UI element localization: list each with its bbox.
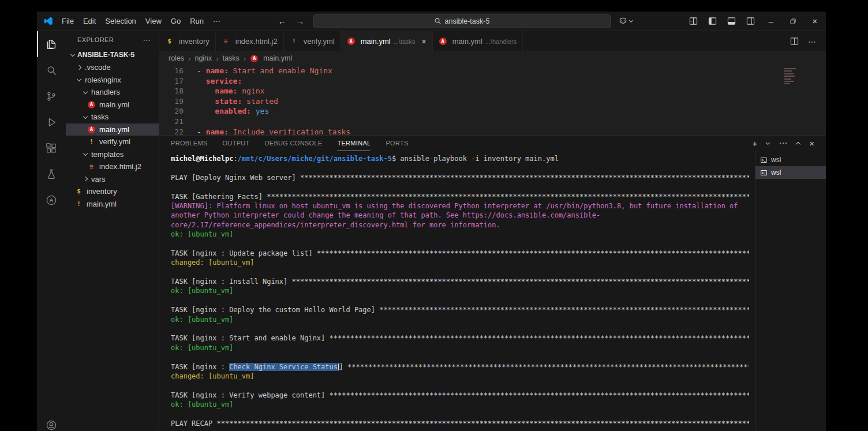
toggle-secondary-sidebar-icon[interactable] — [741, 17, 760, 25]
activity-search-icon[interactable] — [37, 57, 66, 83]
terminal-dropdown-icon[interactable] — [763, 143, 773, 144]
yaml-file-icon: ! — [87, 138, 96, 145]
activity-explorer-icon[interactable] — [37, 31, 66, 57]
editor-more-icon[interactable]: ⋯ — [804, 37, 820, 46]
toggle-panel-icon[interactable] — [722, 17, 741, 25]
testing-icon — [45, 168, 58, 181]
code-line-19[interactable]: 19 state: started — [159, 96, 826, 107]
customize-layout-icon[interactable] — [684, 17, 703, 25]
menu-more[interactable]: ⋯ — [208, 16, 225, 27]
breadcrumb-tasks[interactable]: tasks — [223, 54, 240, 62]
tab-inventory[interactable]: $inventory — [159, 31, 216, 51]
explorer-more-icon[interactable]: ⋯ — [143, 36, 151, 44]
activity-extensions-icon[interactable] — [37, 135, 66, 161]
toggle-sidebar-icon[interactable] — [703, 17, 722, 25]
terminal-line — [171, 268, 749, 277]
code-line-18[interactable]: 18 name: nginx — [159, 86, 826, 96]
navigate-back-icon[interactable]: ← — [277, 16, 288, 26]
folder-templates[interactable]: templates — [66, 148, 159, 161]
line-number: 16 — [159, 66, 184, 76]
code-line-21[interactable]: 21 — [159, 117, 826, 127]
folder-roles-nginx[interactable]: roles\nginx — [66, 74, 159, 87]
chevron-down-icon — [628, 18, 633, 23]
menu-view[interactable]: View — [141, 16, 166, 27]
close-button[interactable]: × — [804, 12, 826, 31]
explorer-icon — [45, 38, 58, 51]
minimize-button[interactable]: – — [760, 12, 782, 31]
menu-selection[interactable]: Selection — [100, 16, 140, 27]
code-line-16[interactable]: 16- name: Start and enable Nginx — [159, 66, 826, 76]
panel-maximize-icon[interactable] — [793, 141, 803, 146]
run-debug-icon — [45, 116, 58, 129]
svg-text:A: A — [50, 197, 54, 203]
menu-edit[interactable]: Edit — [78, 16, 100, 27]
tab-verify.yml[interactable]: !verify.yml — [284, 31, 341, 51]
ansible-file-icon: A — [439, 38, 447, 45]
tab-main.yml-...-handlers[interactable]: Amain.yml...\handlers — [433, 31, 523, 51]
editor-actions: ⋯ — [786, 31, 826, 51]
breadcrumb-nginx[interactable]: nginx — [194, 54, 212, 62]
close-tab-icon[interactable]: × — [422, 37, 426, 46]
jinja-file-icon: ≡ — [222, 38, 230, 45]
menu-file[interactable]: File — [57, 16, 78, 27]
activity-run-debug-icon[interactable] — [37, 109, 66, 135]
activity-source-control-icon[interactable] — [37, 83, 66, 109]
new-terminal-button[interactable]: + — [749, 138, 761, 148]
panel-tab-output[interactable]: OUTPUT — [223, 136, 250, 151]
search-icon — [45, 64, 58, 77]
file-index.html.j2[interactable]: ≡index.html.j2 — [66, 160, 159, 173]
file-main.yml[interactable]: Amain.yml — [66, 123, 159, 136]
activity-ansible-extension-icon[interactable]: A — [37, 187, 66, 213]
vscode-logo-icon — [43, 16, 54, 27]
ansible-extension-icon: A — [45, 194, 58, 207]
line-number: 20 — [159, 106, 184, 117]
terminal-output[interactable]: michel@Michelpc:/mnt/c/Users/miche/git/a… — [159, 151, 755, 431]
activity-testing-icon[interactable] — [37, 161, 66, 187]
panel-tab-debug-console[interactable]: DEBUG CONSOLE — [265, 136, 323, 151]
split-editor-icon[interactable] — [786, 37, 803, 46]
terminal-instance-wsl[interactable]: wsl — [755, 166, 826, 179]
file-main.yml[interactable]: !main.yml — [66, 198, 159, 211]
breadcrumb-main.yml[interactable]: Amain.yml — [250, 54, 292, 62]
minimap[interactable] — [784, 68, 799, 86]
tab-index.html.j2[interactable]: ≡index.html.j2 — [216, 31, 284, 51]
code-line-22[interactable]: 22- name: Include verification tasks — [159, 127, 826, 135]
terminal-line: TASK [nginx : Check Nginx Service Status… — [171, 362, 749, 372]
titlebar: FileEditSelectionViewGoRun⋯ ← → ansible-… — [37, 12, 826, 31]
terminal-line: TASK [nginx : Install Nginx] ***********… — [171, 277, 749, 286]
shell-file-icon: $ — [74, 188, 83, 195]
editor-pane[interactable]: 16- name: Start and enable Nginx17 servi… — [159, 65, 826, 135]
folder-.vscode[interactable]: .vscode — [66, 61, 159, 74]
code-line-20[interactable]: 20 enabled: yes — [159, 106, 826, 117]
code-line-17[interactable]: 17 service: — [159, 76, 826, 87]
panel-tab-problems[interactable]: PROBLEMS — [171, 136, 208, 151]
panel-tab-ports[interactable]: PORTS — [386, 136, 408, 151]
panel-more-icon[interactable]: ⋯ — [775, 138, 791, 148]
activity-account-icon[interactable] — [37, 412, 66, 431]
panel-close-icon[interactable]: × — [806, 138, 818, 148]
folder-tasks[interactable]: tasks — [66, 111, 159, 123]
restore-button[interactable] — [782, 12, 804, 31]
breadcrumb-roles[interactable]: roles — [169, 54, 184, 62]
menu-go[interactable]: Go — [166, 16, 185, 27]
terminal-line — [171, 182, 749, 192]
ansible-file-icon: A — [88, 126, 95, 133]
navigate-forward-icon[interactable]: → — [295, 16, 306, 26]
panel-tab-terminal[interactable]: TERMINAL — [337, 136, 371, 151]
file-verify.yml[interactable]: !verify.yml — [66, 136, 159, 148]
panel-actions: + ⋯ × — [749, 138, 818, 148]
folder-handlers[interactable]: handlers — [66, 86, 159, 99]
folder-vars[interactable]: vars — [66, 173, 159, 186]
command-center-search[interactable]: ansible-task-5 — [313, 14, 611, 28]
terminal-instance-wsl[interactable]: wsl — [755, 153, 826, 166]
menu-run[interactable]: Run — [185, 16, 208, 27]
explorer-tree: .vscoderoles\nginxhandlersAmain.ymltasks… — [66, 61, 159, 210]
vscode-window: FileEditSelectionViewGoRun⋯ ← → ansible-… — [37, 12, 826, 431]
file-main.yml[interactable]: Amain.yml — [66, 99, 159, 111]
tab-main.yml-...-tasks[interactable]: Amain.yml...\tasks× — [341, 31, 433, 51]
project-root-folder[interactable]: ANSIBLE-TASK-5 — [66, 48, 159, 61]
terminal-icon — [760, 169, 768, 177]
titlebar-center: ← → ansible-task-5 — [225, 14, 684, 28]
copilot-icon[interactable] — [618, 16, 633, 26]
file-inventory[interactable]: $inventory — [66, 185, 159, 198]
